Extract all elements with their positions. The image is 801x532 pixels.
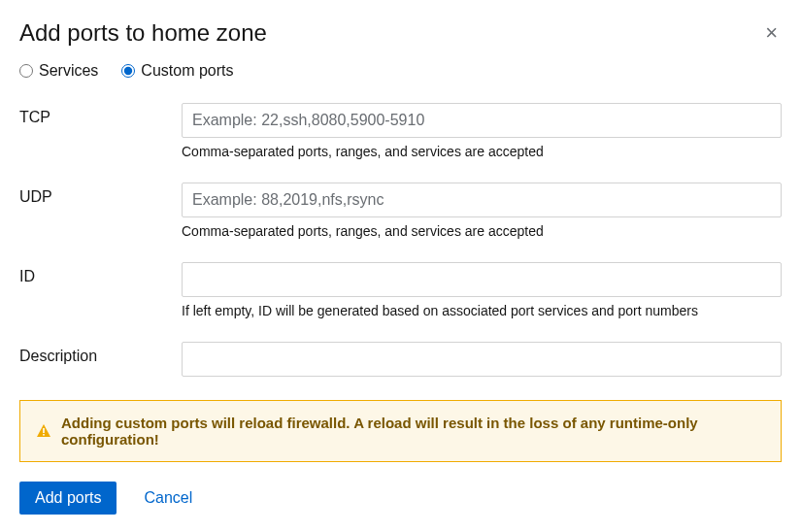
id-label: ID [19, 262, 182, 318]
cancel-button[interactable]: Cancel [128, 482, 208, 515]
tcp-input[interactable] [182, 103, 782, 138]
custom-ports-radio[interactable] [121, 64, 135, 78]
warning-text: Adding custom ports will reload firewall… [61, 415, 765, 448]
custom-ports-radio-label[interactable]: Custom ports [141, 62, 233, 80]
dialog-header: Add ports to home zone × [19, 19, 782, 47]
close-icon: × [765, 20, 778, 45]
form-row-description: Description [19, 342, 782, 377]
radio-option-services[interactable]: Services [19, 62, 98, 80]
dialog-title: Add ports to home zone [19, 19, 267, 47]
tcp-field-wrapper: Comma-separated ports, ranges, and servi… [182, 103, 782, 159]
svg-rect-0 [43, 428, 45, 433]
tcp-label: TCP [19, 103, 182, 159]
id-field-wrapper: If left empty, ID will be generated base… [182, 262, 782, 318]
description-field-wrapper [182, 342, 782, 377]
services-radio-label[interactable]: Services [39, 62, 98, 80]
radio-option-custom-ports[interactable]: Custom ports [121, 62, 233, 80]
tcp-help-text: Comma-separated ports, ranges, and servi… [182, 144, 782, 159]
radio-group: Services Custom ports [19, 62, 782, 80]
form-row-tcp: TCP Comma-separated ports, ranges, and s… [19, 103, 782, 159]
form-row-id: ID If left empty, ID will be generated b… [19, 262, 782, 318]
description-input[interactable] [182, 342, 782, 377]
warning-icon [36, 423, 51, 439]
form-row-udp: UDP Comma-separated ports, ranges, and s… [19, 183, 782, 239]
udp-label: UDP [19, 183, 182, 239]
button-row: Add ports Cancel [19, 482, 782, 515]
description-label: Description [19, 342, 182, 377]
close-button[interactable]: × [761, 22, 782, 44]
udp-input[interactable] [182, 183, 782, 217]
warning-alert: Adding custom ports will reload firewall… [19, 400, 782, 462]
services-radio[interactable] [19, 64, 33, 78]
udp-help-text: Comma-separated ports, ranges, and servi… [182, 223, 782, 239]
id-help-text: If left empty, ID will be generated base… [182, 303, 782, 318]
add-ports-button[interactable]: Add ports [19, 482, 117, 515]
udp-field-wrapper: Comma-separated ports, ranges, and servi… [182, 183, 782, 239]
svg-rect-1 [43, 434, 45, 436]
id-input[interactable] [182, 262, 782, 297]
